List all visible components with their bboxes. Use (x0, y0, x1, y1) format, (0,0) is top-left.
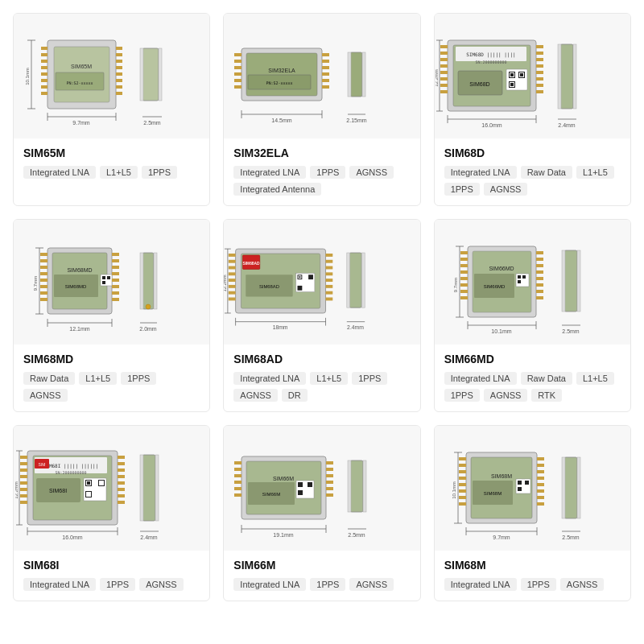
svg-rect-12 (41, 92, 47, 95)
svg-rect-326 (562, 457, 565, 518)
svg-rect-175 (362, 253, 365, 308)
svg-rect-285 (326, 461, 333, 464)
product-card-sim66md[interactable]: SIM66MD SIM66MD (434, 219, 631, 412)
product-title-sim65m: SIM65M (23, 147, 200, 159)
svg-rect-122 (40, 298, 47, 301)
tag-item: 1PPS (521, 578, 556, 591)
svg-text:SIM32ELA: SIM32ELA (268, 68, 295, 73)
svg-text:10.1mm: 10.1mm (25, 68, 30, 85)
svg-rect-53 (362, 52, 365, 97)
svg-rect-51 (350, 52, 362, 97)
svg-rect-286 (326, 468, 333, 471)
svg-rect-244 (20, 475, 27, 478)
svg-rect-173 (349, 253, 362, 308)
svg-text:12.2mm: 12.2mm (436, 69, 439, 87)
svg-rect-312 (459, 477, 466, 480)
svg-rect-170 (326, 284, 333, 287)
svg-rect-92 (536, 90, 543, 93)
svg-rect-200 (460, 283, 468, 287)
svg-text:2.5mm: 2.5mm (348, 532, 365, 538)
svg-rect-124 (112, 259, 119, 262)
svg-text:12.2mm: 12.2mm (224, 275, 227, 291)
product-title-sim68d: SIM68D (444, 147, 621, 159)
product-card-sim68md[interactable]: SIM68MD SIM68MD (13, 219, 210, 412)
svg-text:SIM66MD: SIM66MD (489, 266, 514, 271)
svg-rect-282 (234, 481, 242, 484)
product-image-sim66md: SIM66MD SIM66MD (435, 220, 630, 345)
svg-rect-199 (460, 277, 468, 280)
product-tags-sim68ad: Integrated LNAL1+L51PPSAGNSSDR (233, 372, 410, 402)
svg-rect-114 (102, 281, 105, 284)
product-card-sim66m[interactable]: SIM66M SIM66M 19.1mm (223, 425, 420, 601)
svg-rect-127 (112, 279, 119, 282)
svg-rect-47 (322, 66, 329, 69)
svg-rect-20 (116, 92, 122, 95)
svg-rect-115 (40, 253, 47, 256)
svg-text:9.7mm: 9.7mm (33, 275, 38, 290)
tag-item: 1PPS (142, 166, 177, 179)
svg-rect-73 (520, 73, 523, 76)
svg-rect-165 (326, 253, 333, 256)
product-card-sim68d[interactable]: SIM68D ||||| |||| SN:2000000000 SIM68D (434, 13, 631, 206)
svg-rect-81 (440, 71, 448, 74)
product-title-sim32ela: SIM32ELA (233, 147, 410, 159)
product-image-sim68ad: SIM68AD SIM68AD (224, 220, 419, 345)
svg-rect-206 (536, 270, 543, 274)
svg-text:18mm: 18mm (273, 324, 288, 330)
svg-rect-93 (560, 44, 573, 109)
svg-rect-163 (229, 291, 236, 294)
svg-rect-313 (459, 483, 466, 486)
svg-text:2.5mm: 2.5mm (563, 328, 580, 334)
svg-rect-241 (20, 456, 27, 459)
svg-rect-22 (140, 48, 143, 101)
svg-rect-155 (308, 275, 313, 279)
svg-rect-86 (536, 52, 543, 55)
svg-rect-94 (558, 44, 561, 109)
svg-rect-95 (573, 44, 576, 109)
svg-rect-288 (326, 481, 333, 484)
svg-rect-112 (102, 276, 105, 279)
svg-point-134 (146, 304, 151, 309)
svg-text:10.1mm: 10.1mm (452, 481, 456, 499)
svg-text:2.0mm: 2.0mm (139, 326, 157, 332)
svg-rect-16 (116, 66, 122, 69)
svg-rect-13 (116, 47, 122, 50)
svg-rect-85 (536, 45, 543, 48)
svg-rect-131 (142, 253, 154, 309)
svg-rect-39 (234, 53, 242, 56)
svg-rect-256 (118, 501, 125, 504)
tag-item: Integrated LNA (444, 166, 517, 179)
svg-text:12.1mm: 12.1mm (69, 326, 89, 332)
svg-rect-293 (363, 460, 366, 512)
product-tags-sim68d: Integrated LNARaw DataL1+L51PPSAGNSS (444, 166, 621, 196)
svg-rect-278 (298, 490, 303, 495)
product-title-sim68i: SIM68I (23, 559, 200, 572)
svg-text:2.4mm: 2.4mm (140, 535, 158, 540)
svg-rect-318 (537, 464, 544, 467)
svg-rect-194 (518, 280, 521, 283)
svg-rect-89 (536, 71, 543, 74)
product-card-sim65m[interactable]: SIM65M PN:S2-xxxxx (13, 13, 210, 206)
product-image-sim68i: SIM68I ||||| |||||| SN:2000000000 SIM68I… (14, 426, 209, 551)
product-tags-sim66md: Integrated LNARaw DataL1+L51PPSAGNSSRTK (444, 372, 621, 402)
tag-item: Integrated LNA (233, 578, 306, 591)
svg-rect-207 (536, 277, 543, 280)
svg-rect-290 (326, 493, 333, 497)
product-card-sim68m[interactable]: SIM68M SIM68M (434, 425, 631, 601)
svg-rect-317 (537, 457, 544, 460)
svg-rect-254 (118, 488, 125, 491)
svg-rect-10 (41, 79, 47, 82)
svg-text:2.4mm: 2.4mm (347, 324, 364, 330)
svg-rect-123 (112, 253, 119, 256)
svg-text:12.2mm: 12.2mm (15, 481, 19, 499)
svg-rect-162 (229, 284, 236, 287)
product-card-sim68i[interactable]: SIM68I ||||| |||||| SN:2000000000 SIM68I… (13, 425, 210, 601)
product-tags-sim68i: Integrated LNA1PPSAGNSS (23, 578, 200, 591)
product-card-sim68ad[interactable]: SIM68AD SIM68AD (223, 219, 420, 412)
tag-item: AGNSS (139, 578, 184, 591)
product-card-sim32ela[interactable]: SIM32ELA PN:S2-xxxxx 14.5mm 2.15mm (223, 13, 420, 206)
product-tags-sim68m: Integrated LNA1PPSAGNSS (444, 578, 621, 591)
svg-rect-209 (536, 290, 543, 293)
tag-item: L1+L5 (310, 372, 348, 385)
svg-rect-159 (229, 266, 236, 269)
